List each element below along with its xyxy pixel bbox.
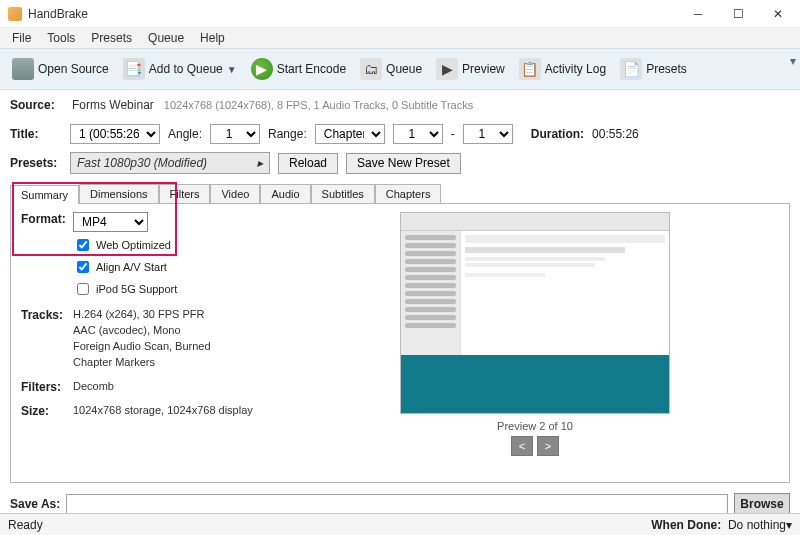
- tabs: Summary Dimensions Filters Video Audio S…: [10, 184, 790, 203]
- presets-row: Presets: Fast 1080p30 (Modified) ▸ Reloa…: [0, 148, 800, 178]
- preview-button[interactable]: ▶ Preview: [430, 56, 511, 82]
- reload-preset-button[interactable]: Reload: [278, 153, 338, 174]
- menubar: File Tools Presets Queue Help: [0, 28, 800, 48]
- range-mode-select[interactable]: Chapters: [315, 124, 385, 144]
- window-title: HandBrake: [28, 7, 678, 21]
- format-label: Format:: [21, 212, 73, 298]
- open-source-label: Open Source: [38, 62, 109, 76]
- app-icon: [8, 7, 22, 21]
- title-select[interactable]: 1 (00:55:26): [70, 124, 160, 144]
- when-done-label: When Done:: [651, 518, 721, 532]
- tab-audio[interactable]: Audio: [260, 184, 310, 203]
- preview-sidebar: [401, 231, 461, 355]
- range-label: Range:: [268, 127, 307, 141]
- duration-value: 00:55:26: [592, 127, 639, 141]
- save-as-input[interactable]: [66, 494, 728, 514]
- presets-label: Presets: [646, 62, 687, 76]
- chevron-down-icon: ▾: [786, 518, 792, 532]
- track-line: Chapter Markers: [73, 356, 271, 368]
- chevron-right-icon: ▸: [257, 156, 263, 170]
- preview-thumbnail: [400, 212, 670, 414]
- menu-queue[interactable]: Queue: [140, 29, 192, 47]
- preview-next-button[interactable]: >: [537, 436, 559, 456]
- window-close[interactable]: ✕: [758, 3, 798, 25]
- preset-current: Fast 1080p30 (Modified): [77, 156, 207, 170]
- activity-log-label: Activity Log: [545, 62, 606, 76]
- filters-label: Filters:: [21, 380, 73, 396]
- size-value: 1024x768 storage, 1024x768 display: [73, 404, 271, 416]
- tab-dimensions[interactable]: Dimensions: [79, 184, 158, 203]
- open-source-button[interactable]: Open Source: [6, 56, 115, 82]
- align-av-row[interactable]: Align A/V Start: [73, 258, 271, 276]
- tracks-label: Tracks:: [21, 308, 73, 372]
- activity-log-button[interactable]: 📋 Activity Log: [513, 56, 612, 82]
- presets-icon: 📄: [620, 58, 642, 80]
- size-label: Size:: [21, 404, 73, 420]
- range-to-select[interactable]: 1: [463, 124, 513, 144]
- browse-button[interactable]: Browse: [734, 493, 790, 515]
- save-new-preset-button[interactable]: Save New Preset: [346, 153, 461, 174]
- status-bar: Ready When Done: Do nothing▾: [0, 513, 800, 535]
- ipod-5g-label: iPod 5G Support: [96, 283, 177, 295]
- status-ready: Ready: [8, 518, 43, 532]
- window-maximize[interactable]: ☐: [718, 3, 758, 25]
- ipod-5g-row[interactable]: iPod 5G Support: [73, 280, 271, 298]
- align-av-label: Align A/V Start: [96, 261, 167, 273]
- add-to-queue-button[interactable]: 📑 Add to Queue ▼: [117, 56, 243, 82]
- toolbar-overflow[interactable]: ▾: [790, 54, 796, 68]
- preview-content: [461, 231, 669, 355]
- preview-label: Preview: [462, 62, 505, 76]
- play-icon: ▶: [251, 58, 273, 80]
- track-line: AAC (avcodec), Mono: [73, 324, 271, 336]
- when-done-value[interactable]: Do nothing: [728, 518, 786, 532]
- log-icon: 📋: [519, 58, 541, 80]
- filters-value: Decomb: [73, 380, 271, 392]
- track-line: Foreign Audio Scan, Burned: [73, 340, 271, 352]
- align-av-checkbox[interactable]: [77, 261, 89, 273]
- chevron-down-icon: ▼: [227, 64, 237, 75]
- range-dash: -: [451, 127, 455, 141]
- web-optimized-label: Web Optimized: [96, 239, 171, 251]
- preview-caption: Preview 2 of 10: [497, 420, 573, 432]
- menu-presets[interactable]: Presets: [83, 29, 140, 47]
- queue-button[interactable]: 🗂 Queue: [354, 56, 428, 82]
- toolbar: Open Source 📑 Add to Queue ▼ ▶ Start Enc…: [0, 48, 800, 90]
- duration-label: Duration:: [531, 127, 584, 141]
- tab-subtitles[interactable]: Subtitles: [311, 184, 375, 203]
- film-icon: [12, 58, 34, 80]
- range-from-select[interactable]: 1: [393, 124, 443, 144]
- menu-file[interactable]: File: [4, 29, 39, 47]
- preview-browser-chrome: [401, 213, 669, 231]
- presets-button[interactable]: 📄 Presets: [614, 56, 693, 82]
- source-label: Source:: [10, 98, 62, 112]
- title-label: Title:: [10, 127, 62, 141]
- start-encode-button[interactable]: ▶ Start Encode: [245, 56, 352, 82]
- web-optimized-checkbox[interactable]: [77, 239, 89, 251]
- angle-select[interactable]: 1: [210, 124, 260, 144]
- queue-label: Queue: [386, 62, 422, 76]
- menu-tools[interactable]: Tools: [39, 29, 83, 47]
- window-minimize[interactable]: ─: [678, 3, 718, 25]
- window-titlebar: HandBrake ─ ☐ ✕: [0, 0, 800, 28]
- format-select[interactable]: MP4: [73, 212, 148, 232]
- tab-filters[interactable]: Filters: [159, 184, 211, 203]
- start-encode-label: Start Encode: [277, 62, 346, 76]
- save-as-label: Save As:: [10, 497, 60, 511]
- tab-chapters[interactable]: Chapters: [375, 184, 442, 203]
- web-optimized-row[interactable]: Web Optimized: [73, 236, 271, 254]
- add-icon: 📑: [123, 58, 145, 80]
- source-name: Forms Webinar: [72, 98, 154, 112]
- queue-icon: 🗂: [360, 58, 382, 80]
- tab-video[interactable]: Video: [210, 184, 260, 203]
- preset-select[interactable]: Fast 1080p30 (Modified) ▸: [70, 152, 270, 174]
- preview-prev-button[interactable]: <: [511, 436, 533, 456]
- tab-summary[interactable]: Summary: [10, 185, 79, 204]
- source-details: 1024x768 (1024x768), 8 FPS, 1 Audio Trac…: [164, 99, 473, 111]
- add-to-queue-label: Add to Queue: [149, 62, 223, 76]
- preview-icon: ▶: [436, 58, 458, 80]
- ipod-5g-checkbox[interactable]: [77, 283, 89, 295]
- track-line: H.264 (x264), 30 FPS PFR: [73, 308, 271, 320]
- preview-footer: [401, 355, 669, 413]
- title-row: Title: 1 (00:55:26) Angle: 1 Range: Chap…: [0, 120, 800, 148]
- menu-help[interactable]: Help: [192, 29, 233, 47]
